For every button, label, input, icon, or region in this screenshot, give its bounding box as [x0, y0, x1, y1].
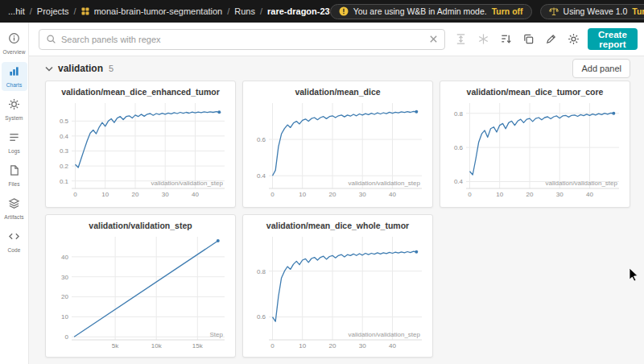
breadcrumb-run-name[interactable]: rare-dragon-23 — [267, 6, 330, 16]
section-title[interactable]: validation — [58, 63, 103, 74]
svg-text:0.5: 0.5 — [60, 118, 69, 125]
line-chart[interactable]: 0.10.20.30.40.5010203040validation/valid… — [50, 99, 231, 201]
sidebar-item-code[interactable]: Code — [2, 227, 27, 256]
expand-panels-icon[interactable] — [455, 33, 467, 45]
svg-text:0.8: 0.8 — [454, 110, 464, 118]
sidebar-item-charts[interactable]: Charts — [2, 62, 27, 91]
project-icon — [81, 7, 89, 15]
svg-text:20: 20 — [61, 293, 68, 300]
sidebar-item-label: Files — [8, 181, 19, 187]
svg-text:30: 30 — [359, 191, 366, 198]
sidebar-item-label: Overview — [3, 49, 26, 55]
panel-validation-step[interactable]: validation/validation_step 0102030405k10… — [45, 214, 236, 358]
svg-text:10: 10 — [299, 191, 306, 198]
sidebar-item-label: Artifacts — [4, 214, 23, 220]
create-report-button[interactable]: Create report — [588, 28, 638, 50]
svg-text:20: 20 — [329, 342, 336, 350]
svg-text:20: 20 — [329, 191, 336, 198]
line-chart[interactable]: 0.40.6010203040validation/validation_ste… — [247, 99, 428, 201]
svg-text:0: 0 — [65, 333, 69, 341]
toolbar-icons — [455, 33, 580, 45]
svg-text:0: 0 — [270, 191, 275, 198]
svg-text:0.2: 0.2 — [60, 163, 69, 170]
svg-text:validation/validation_step: validation/validation_step — [546, 180, 618, 187]
section-validation-header: validation 5 Add panel — [45, 60, 630, 77]
panel-search[interactable] — [39, 29, 445, 50]
breadcrumb-runs[interactable]: Runs — [234, 6, 255, 16]
breadcrumb-separator: / — [30, 6, 32, 16]
panel-mean-dice[interactable]: validation/mean_dice 0.40.6010203040vali… — [242, 81, 433, 208]
breadcrumb-project[interactable]: monai-brain-tumor-segmentation — [94, 6, 223, 16]
svg-text:40: 40 — [389, 342, 396, 350]
search-input[interactable] — [61, 35, 424, 44]
sidebar-item-overview[interactable]: Overview — [2, 29, 27, 58]
wandb-run-workspace: ...hit / Projects / monai-brain-tumor-se… — [0, 0, 644, 364]
svg-text:0.6: 0.6 — [257, 136, 266, 143]
svg-text:10: 10 — [101, 191, 109, 198]
sidebar-item-label: Logs — [8, 148, 20, 154]
weave-banner-text: Using Weave 1.0 — [564, 6, 628, 16]
admin-banner-text: You are using W&B in Admin mode. — [353, 6, 487, 16]
chevron-down-icon[interactable] — [45, 66, 53, 72]
svg-text:validation/validation_step: validation/validation_step — [151, 180, 224, 187]
line-chart[interactable]: 0.60.8010203040validation/validation_ste… — [247, 233, 428, 352]
weave-turn-off-link[interactable]: Turn off — [632, 6, 644, 16]
scale-icon — [549, 6, 559, 16]
panel-mean-dice-whole-tumor[interactable]: validation/mean_dice_whole_tumor 0.60.80… — [242, 214, 433, 358]
svg-text:0.4: 0.4 — [257, 172, 266, 180]
sidebar-item-logs[interactable]: Logs — [2, 128, 27, 157]
panels-row-2: validation/validation_step 0102030405k10… — [45, 214, 630, 358]
topbar: ...hit / Projects / monai-brain-tumor-se… — [0, 0, 644, 23]
add-panel-button[interactable]: Add panel — [572, 59, 630, 78]
file-icon — [8, 164, 20, 180]
snowflake-icon[interactable] — [477, 33, 489, 45]
svg-text:30: 30 — [556, 191, 564, 198]
svg-text:20: 20 — [132, 191, 139, 198]
sidebar-item-artifacts[interactable]: Artifacts — [2, 194, 27, 223]
weave-banner: Using Weave 1.0 Turn off — [540, 4, 644, 19]
svg-text:15k: 15k — [192, 342, 204, 350]
svg-text:30: 30 — [162, 191, 169, 198]
panel-title: validation/mean_dice_enhanced_tumor — [51, 87, 230, 97]
svg-text:0.6: 0.6 — [454, 144, 464, 151]
panel-mean-dice-enhanced-tumor[interactable]: validation/mean_dice_enhanced_tumor 0.10… — [45, 81, 236, 208]
svg-text:5k: 5k — [112, 342, 119, 350]
bar-chart-icon — [8, 65, 20, 81]
layers-stack-icon — [8, 197, 20, 213]
sidebar-item-label: System — [5, 115, 23, 121]
sort-panels-icon[interactable] — [500, 33, 512, 45]
settings-gear-icon[interactable] — [568, 33, 580, 45]
breadcrumb-projects[interactable]: Projects — [37, 6, 69, 16]
breadcrumb-user[interactable]: ...hit — [8, 6, 25, 16]
svg-text:validation/validation_step: validation/validation_step — [349, 331, 421, 338]
panels-toolbar: Create report — [29, 23, 644, 56]
alert-circle-icon — [339, 6, 349, 16]
line-chart[interactable]: 0102030405k10k15kStep — [50, 233, 231, 352]
sidebar-item-files[interactable]: Files — [2, 161, 27, 190]
breadcrumb-separator: / — [227, 6, 229, 16]
svg-text:40: 40 — [389, 191, 396, 198]
svg-text:0.8: 0.8 — [257, 268, 266, 275]
breadcrumb-separator: / — [260, 6, 262, 16]
panel-title: validation/mean_dice_whole_tumor — [248, 221, 427, 230]
panel-title: validation/mean_dice — [248, 87, 427, 97]
gear-icon — [8, 98, 20, 114]
svg-text:0.3: 0.3 — [60, 147, 69, 155]
svg-text:Step: Step — [210, 331, 224, 338]
line-chart[interactable]: 0.40.60.8010203040validation/validation_… — [444, 99, 625, 201]
svg-text:0.4: 0.4 — [454, 178, 464, 185]
svg-text:0.1: 0.1 — [60, 178, 69, 185]
admin-turn-off-link[interactable]: Turn off — [492, 6, 523, 16]
svg-text:0: 0 — [468, 191, 472, 198]
panels-area: validation 5 Add panel validation/mean_d… — [29, 56, 644, 364]
copy-panels-icon[interactable] — [522, 33, 535, 45]
search-icon — [46, 34, 56, 44]
svg-text:0: 0 — [270, 342, 275, 350]
clear-search-icon[interactable] — [429, 35, 438, 43]
svg-text:0.6: 0.6 — [257, 313, 266, 321]
sidebar-item-system[interactable]: System — [2, 95, 27, 124]
panel-mean-dice-tumor-core[interactable]: validation/mean_dice_tumor_core 0.40.60.… — [440, 81, 630, 208]
run-sidebar: Overview Charts System Logs Files Artifa… — [0, 23, 29, 364]
svg-text:10k: 10k — [151, 342, 163, 350]
edit-panels-icon[interactable] — [545, 33, 557, 45]
